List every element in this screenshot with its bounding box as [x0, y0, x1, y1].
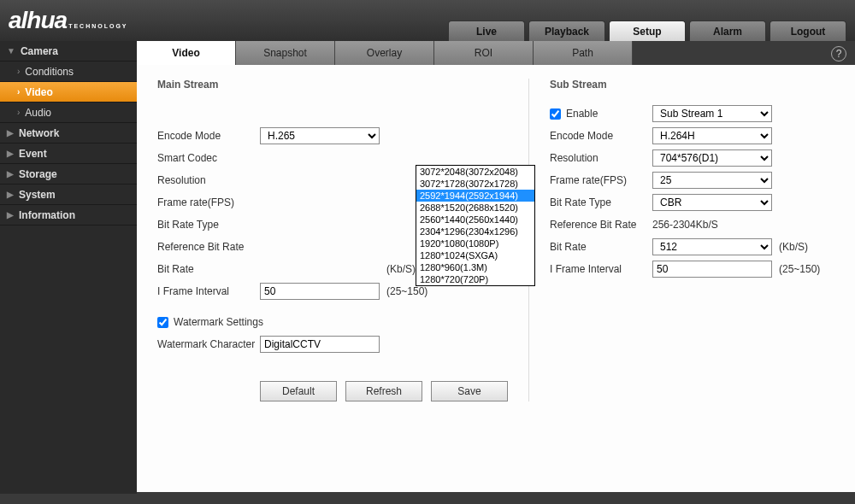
help-icon[interactable]: ? [831, 46, 846, 62]
sub-encode-mode-select[interactable]: H.264H [652, 127, 772, 144]
resolution-option[interactable]: 1920*1080(1080P) [416, 237, 534, 249]
default-button[interactable]: Default [260, 381, 337, 401]
resolution-option[interactable]: 3072*2048(3072x2048) [416, 166, 534, 178]
resolution-option[interactable]: 2688*1520(2688x1520) [416, 202, 534, 214]
encode-mode-select[interactable]: H.265 [260, 127, 380, 144]
save-button[interactable]: Save [431, 381, 508, 401]
sub-enable-label: Enable [566, 108, 598, 120]
topnav-logout[interactable]: Logout [770, 21, 846, 41]
bit-rate-label: Bit Rate [157, 263, 260, 275]
resolution-dropdown-open[interactable]: 3072*2048(3072x2048)3072*1728(3072x1728)… [416, 165, 535, 286]
sub-iframe-suffix: (25~150) [779, 263, 820, 275]
chevron-right-icon: › [17, 108, 20, 117]
topnav-setup[interactable]: Setup [609, 21, 686, 41]
watermark-settings-label: Watermark Settings [174, 316, 263, 328]
bit-rate-suffix: (Kb/S) [386, 263, 416, 275]
chevron-right-icon: › [17, 67, 20, 76]
chevron-right-icon: ▶ [7, 210, 14, 220]
sidebar-item-video[interactable]: › Video [0, 82, 137, 103]
sidebar: ▼ Camera › Conditions › Video › Audio ▶ … [0, 41, 137, 494]
chevron-right-icon: ▶ [7, 169, 14, 179]
sub-bit-rate-label: Bit Rate [550, 241, 652, 253]
topnav-playback[interactable]: Playback [528, 21, 605, 41]
sidebar-item-audio[interactable]: › Audio [0, 103, 137, 123]
smart-codec-label: Smart Codec [157, 152, 260, 164]
ref-bit-rate-label: Reference Bit Rate [157, 241, 260, 253]
topnav-live[interactable]: Live [448, 21, 525, 41]
sub-stream-column: Sub Stream Enable Sub Stream 1 Encode Mo… [550, 79, 834, 401]
tab-snapshot[interactable]: Snapshot [236, 41, 335, 65]
content-area: Video Snapshot Overlay ROI Path ? Main S… [137, 41, 855, 494]
sidebar-group-information[interactable]: ▶ Information [0, 205, 137, 226]
sub-frame-rate-select[interactable]: 25 [652, 172, 772, 189]
sidebar-group-network[interactable]: ▶ Network [0, 123, 137, 144]
sidebar-group-camera[interactable]: ▼ Camera [0, 41, 137, 62]
sub-bit-rate-type-label: Bit Rate Type [550, 196, 652, 208]
sub-stream-select[interactable]: Sub Stream 1 [652, 105, 772, 122]
top-nav: Live Playback Setup Alarm Logout [448, 21, 846, 41]
bit-rate-type-label: Bit Rate Type [157, 219, 260, 231]
sidebar-group-event[interactable]: ▶ Event [0, 144, 137, 164]
sub-stream-title: Sub Stream [550, 79, 834, 91]
footer-bar [0, 494, 855, 504]
sub-resolution-label: Resolution [550, 152, 652, 164]
tab-path[interactable]: Path [534, 41, 633, 65]
tab-video[interactable]: Video [137, 41, 236, 65]
resolution-option[interactable]: 1280*720(720P) [416, 273, 534, 285]
resolution-option[interactable]: 1280*960(1.3M) [416, 261, 534, 273]
sub-resolution-select[interactable]: 704*576(D1) [652, 149, 772, 167]
sub-bit-rate-type-select[interactable]: CBR [652, 194, 772, 211]
watermark-char-label: Watermark Character [157, 338, 260, 350]
sidebar-item-conditions[interactable]: › Conditions [0, 62, 137, 82]
sub-ref-bit-rate-label: Reference Bit Rate [550, 219, 652, 231]
sub-bit-rate-select[interactable]: 512 [652, 238, 772, 255]
tab-roi[interactable]: ROI [434, 41, 534, 65]
sub-frame-rate-label: Frame rate(FPS) [550, 174, 652, 186]
resolution-option[interactable]: 1280*1024(SXGA) [416, 249, 534, 261]
tab-strip: Video Snapshot Overlay ROI Path [137, 41, 855, 65]
iframe-suffix: (25~150) [386, 285, 428, 297]
chevron-right-icon: ▶ [7, 190, 14, 199]
sub-iframe-input[interactable] [652, 261, 772, 278]
refresh-button[interactable]: Refresh [345, 381, 422, 401]
resolution-label: Resolution [157, 174, 260, 186]
encode-mode-label: Encode Mode [157, 130, 260, 142]
sub-iframe-label: I Frame Interval [550, 263, 652, 275]
sub-enable-checkbox[interactable] [550, 108, 561, 120]
watermark-settings-checkbox[interactable] [157, 317, 168, 328]
chevron-right-icon: ▶ [7, 149, 14, 158]
topnav-alarm[interactable]: Alarm [689, 21, 766, 41]
settings-panel: Main Stream Encode Mode H.265 Smart Code… [137, 65, 855, 492]
tab-overlay[interactable]: Overlay [335, 41, 434, 65]
sidebar-group-storage[interactable]: ▶ Storage [0, 164, 137, 185]
iframe-label: I Frame Interval [157, 285, 260, 297]
brand-logo: alhuaTECHNOLOGY [9, 7, 128, 34]
frame-rate-label: Frame rate(FPS) [157, 196, 260, 208]
sub-ref-bit-rate-value: 256-2304Kb/S [652, 219, 718, 231]
iframe-input[interactable] [260, 283, 380, 300]
resolution-option[interactable]: 3072*1728(3072x1728) [416, 178, 534, 190]
sub-encode-mode-label: Encode Mode [550, 130, 652, 142]
chevron-right-icon: › [17, 87, 20, 97]
sidebar-group-system[interactable]: ▶ System [0, 185, 137, 205]
resolution-option[interactable]: 2304*1296(2304x1296) [416, 226, 534, 237]
chevron-down-icon: ▼ [7, 46, 15, 56]
resolution-option[interactable]: 2560*1440(2560x1440) [416, 214, 534, 226]
main-stream-title: Main Stream [157, 79, 508, 91]
watermark-char-input[interactable] [260, 336, 380, 353]
app-header: alhuaTECHNOLOGY Live Playback Setup Alar… [0, 0, 855, 41]
sub-bit-rate-suffix: (Kb/S) [779, 241, 808, 253]
chevron-right-icon: ▶ [7, 128, 14, 138]
resolution-option[interactable]: 2592*1944(2592x1944) [416, 190, 534, 202]
